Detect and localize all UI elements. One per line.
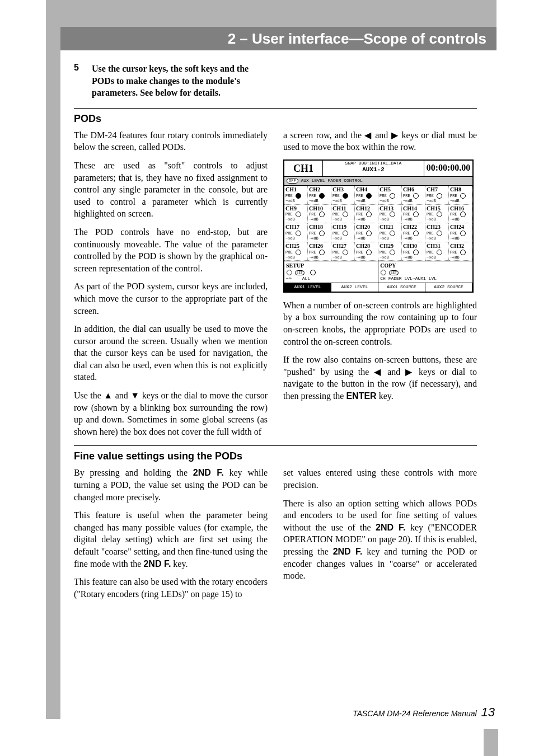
ss-tab: AUX1 SOURCE [378,283,425,292]
ss-sub-text: AUX LEVEL FADER CONTROL [301,178,362,183]
pods-p1: The DM-24 features four rotary controls … [74,129,268,153]
f2c: key. [171,559,188,569]
ss-channel-cell: CH7PRE −∞dB [425,186,449,205]
step-5-row: 5 Use the cursor keys, the soft keys and… [74,63,477,99]
fine-p3: This feature can also be used with the r… [74,576,268,600]
ss-channel-cell: CH28PRE −∞dB [355,242,378,261]
fine-p1: By pressing and holding the 2ND F. key w… [74,467,268,503]
p9e: key. [377,391,394,401]
p6a: Use the [74,391,104,400]
step-number: 5 [74,63,92,99]
ss-channel-cell: CH27PRE −∞dB [331,242,355,261]
ss-setup-all: ALL [302,276,310,281]
second-f-key-4: 2ND F. [333,547,363,556]
ss-channel-cell: CH29PRE −∞dB [378,242,402,261]
pods-p3: The POD controls have no end-stop, but a… [74,226,268,274]
right-triangle-icon-2: ▶ [405,367,414,377]
ss-channel-cell: CH22PRE −∞dB [402,223,425,242]
divider-rule-2 [74,445,477,446]
ss-channel-cell: CH24PRE −∞dB [449,223,472,242]
pods-p5: In addition, the dial can usually be use… [74,323,268,383]
ss-copy-text: CH FADER LVL→AUX1 LVL [380,276,437,281]
up-triangle-icon: ▲ [104,391,113,400]
step-text: Use the cursor keys, the soft keys and t… [92,63,271,99]
ss-channel-cell: CH3PRE −∞dB [331,186,355,205]
footer: TASCAM DM-24 Reference Manual 13 [353,705,495,720]
ss-channel-cell: CH14PRE −∞dB [402,205,425,224]
pods-p8: When a number of on-screen controls are … [283,299,477,348]
left-gray-bar [46,0,60,719]
right-triangle-icon: ▶ [391,130,399,140]
ss-tab: AUX2 LEVEL [331,283,378,292]
fine-p5: There is also an option setting which al… [283,497,477,582]
ss-setup-label: SETUP [286,262,304,269]
ss-channel-cell: CH8PRE −∞dB [449,186,472,205]
ss-channel-cell: CH21PRE −∞dB [378,223,402,242]
page-number: 13 [481,705,495,719]
ss-channel-cell: CH5PRE −∞dB [378,186,402,205]
ss-copy-label: COPY [380,262,396,269]
fine-body: By pressing and holding the 2ND F. key w… [74,467,477,600]
p7b: and [372,130,391,140]
enter-key: ENTER [346,391,376,401]
ss-channel-cell: CH16PRE −∞dB [449,205,472,224]
ss-channel-cell: CH18PRE −∞dB [308,223,331,242]
ss-channel-cell: CH20PRE −∞dB [355,223,378,242]
pods-p7: a screen row, and the ◀ and ▶ keys or di… [283,129,477,153]
second-f-key-1: 2ND F. [193,468,224,477]
footer-gray-bar [484,729,498,756]
ss-channel-cell: CH23PRE −∞dB [425,223,449,242]
ss-channel-cell: CH19PRE −∞dB [331,223,355,242]
p6b: and [113,391,130,400]
pods-p6: Use the ▲ and ▼ keys or the dial to move… [74,389,268,438]
pods-body: The DM-24 features four rotary controls … [74,129,477,438]
ss-channel-cell: CH26PRE −∞dB [308,242,331,261]
ss-channel-cell: CH2PRE −∞dB [308,186,331,205]
ss-subheader: OFF AUX LEVEL FADER CONTROL [284,177,472,186]
ss-channel-cell: CH13PRE −∞dB [378,205,402,224]
ss-tab: AUX1 LEVEL [284,283,331,292]
f1a: By pressing and holding the [74,468,193,477]
chapter-header: 2 – User interface—Scope of controls [60,27,496,50]
ss-timecode: 00:00:00.00 [424,161,472,176]
p9b: and [383,367,405,377]
ss-copy-set: SET [389,270,399,275]
ss-channel-cell: CH11PRE −∞dB [331,205,355,224]
second-f-key-3: 2ND F. [376,523,405,532]
ss-tab: AUX2 SOURCE [425,283,472,292]
top-gray-bar [46,0,496,27]
ss-channel-cell: CH31PRE −∞dB [425,242,449,261]
ss-channel-cell: CH30PRE −∞dB [402,242,425,261]
pods-p2: These are used as "soft" controls to adj… [74,159,268,220]
ss-channel-cell: CH9PRE −∞dB [284,205,308,224]
p7a: a screen row, and the [283,130,364,140]
lcd-screenshot: CH1 SNAP 000:INITIAL_DATA AUX1-2 00:00:0… [283,159,474,293]
ss-channel-grid: CH1PRE −∞dBCH2PRE −∞dBCH3PRE −∞dBCH4PRE … [284,186,472,261]
footer-text: TASCAM DM-24 Reference Manual [353,709,476,718]
pods-p9: If the row also contains on-screen butto… [283,354,477,402]
ss-channel-cell: CH25PRE −∞dB [284,242,308,261]
fine-p4: set values entered using these controls … [283,467,477,491]
ss-channel-cell: CH10PRE −∞dB [308,205,331,224]
ss-setup-set: SET [295,270,305,275]
ss-setup-inf: −∞ [286,276,292,281]
ss-channel-cell: CH6PRE −∞dB [402,186,425,205]
down-triangle-icon: ▼ [130,391,139,400]
pods-heading: PODs [74,113,477,125]
pods-p4: As part of the POD system, cursor keys a… [74,280,268,317]
ss-aux: AUX1-2 [323,166,424,173]
ss-channel-cell: CH17PRE −∞dB [284,223,308,242]
ss-mid: SNAP 000:INITIAL_DATA AUX1-2 [323,161,424,176]
fine-heading: Fine value settings using the PODs [74,450,477,462]
ss-tabs: AUX1 LEVELAUX2 LEVELAUX1 SOURCEAUX2 SOUR… [284,283,472,292]
left-triangle-icon: ◀ [364,130,372,140]
ss-channel-cell: CH1PRE −∞dB [284,186,308,205]
ss-channel: CH1 [284,161,323,176]
divider-rule [74,108,477,109]
ss-channel-cell: CH32PRE −∞dB [449,242,472,261]
ss-channel-cell: CH12PRE −∞dB [355,205,378,224]
ss-snap: SNAP 000:INITIAL_DATA [323,161,424,166]
second-f-key-2: 2ND F. [143,559,171,569]
left-triangle-icon-2: ◀ [374,367,383,377]
ss-channel-cell: CH4PRE −∞dB [355,186,378,205]
